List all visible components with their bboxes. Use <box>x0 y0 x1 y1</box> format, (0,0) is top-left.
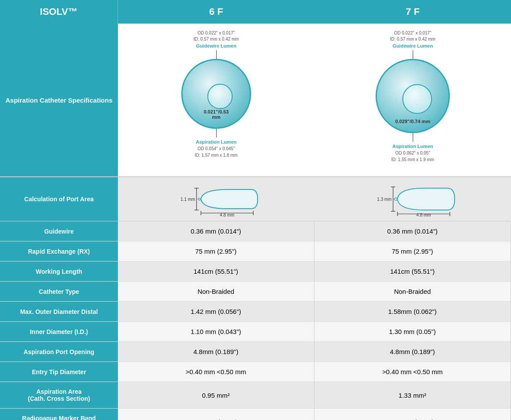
table-row: Guidewire0.36 mm (0.014")0.36 mm (0.014"… <box>0 221 511 241</box>
7f-inner-dim: 0.029"/0.74 mm <box>395 119 430 124</box>
7f-top-labels: OD 0.022" x 0.017" ID: 0.57 mm x 0.42 mm <box>390 30 435 42</box>
7f-bottom-labels: OD 0.062" x 0.05" ID: 1.55 mm x 1.9 mm <box>391 150 434 163</box>
row-label: Radiopaque Marker Band(Distance Tip to M… <box>0 409 118 420</box>
header-7f-label: 7 F <box>314 0 511 24</box>
header-isolv-label: ISOLV™ <box>0 0 118 24</box>
arrow-top-6f <box>216 50 217 59</box>
row-label: Max. Outer Diameter Distal <box>0 302 118 322</box>
lumen-diagram-6f: OD 0.022" x 0.017" ID: 0.57 mm x 0.42 mm… <box>166 30 266 170</box>
lumen-diagram-7f: OD 0.022" x 0.017" ID: 0.57 mm x 0.42 mm… <box>363 30 463 170</box>
6f-top-labels: OD 0.022" x 0.017" ID: 0.57 mm x 0.42 mm <box>193 30 239 42</box>
row-val-7f: 1.30 mm (0.05") <box>314 322 511 342</box>
7f-aspiration-label: Aspiration Lumen <box>392 144 433 149</box>
diagram-7f: OD 0.022" x 0.017" ID: 0.57 mm x 0.42 mm… <box>314 24 511 176</box>
arrow-top-7f <box>413 50 413 59</box>
row-val-6f: 0.95 mm² <box>118 382 314 409</box>
table-row: Max. Outer Diameter Distal1.42 mm (0.056… <box>0 302 511 322</box>
row-val-7f: 1.58mm (0.062") <box>314 302 511 322</box>
table-row: Aspiration Port Opening4.8mm (0.189")4.8… <box>0 342 511 362</box>
6f-inner-dim: 0.021"/0.53 mm <box>200 109 233 120</box>
row-label: Entry Tip Diameter <box>0 362 118 382</box>
row-val-7f: 1.33 mm² <box>314 382 511 409</box>
table-row: Working Length141cm (55.51")141cm (55.51… <box>0 262 511 282</box>
table-row: Radiopaque Marker Band(Distance Tip to M… <box>0 409 511 420</box>
header-6f-label: 6 F <box>118 0 314 24</box>
row-val-6f: 0.36 mm (0.014") <box>118 221 314 241</box>
svg-text:4.8 mm: 4.8 mm <box>220 213 234 217</box>
port-area-label: Calculation of Port Area <box>0 177 118 221</box>
port-area-7f-cell: 1.3 mm 4.8 mm <box>314 177 511 221</box>
row-label: Working Length <box>0 262 118 282</box>
row-val-7f: >0.40 mm <0.50 mm <box>314 362 511 382</box>
row-val-7f: 141cm (55.51") <box>314 262 511 282</box>
port-area-row: Calculation of Port Area 1.1 mm 4.8 mm <box>0 177 511 221</box>
7f-outer-circle: 0.029"/0.74 mm <box>376 59 450 133</box>
6f-bottom-labels: OD 0.054" x 0.045" ID: 1.57 mm x 1.8 mm <box>195 145 238 158</box>
diagram-label: Aspiration Catheter Specifications <box>0 24 118 176</box>
6f-outer-circle: 0.021"/0.53 mm <box>181 59 251 129</box>
row-val-7f: 75 mm (2.95") <box>314 241 511 262</box>
6f-inner-circle <box>207 84 233 109</box>
port-diagram-7f: 1.3 mm 4.8 mm <box>369 182 456 217</box>
row-label: Catheter Type <box>0 282 118 302</box>
row-val-7f: Non-Braided <box>314 282 511 302</box>
row-label: Guidewire <box>0 221 118 241</box>
header-row: ISOLV™ 6 F 7 F <box>0 0 511 24</box>
row-val-6f: 3.5 mm (0.14") <box>118 409 314 420</box>
specs-table: Guidewire0.36 mm (0.014")0.36 mm (0.014"… <box>0 221 511 420</box>
table-row: Entry Tip Diameter>0.40 mm <0.50 mm>0.40… <box>0 362 511 382</box>
row-label: Aspiration Port Opening <box>0 342 118 362</box>
row-val-7f: 0.36 mm (0.014") <box>314 221 511 241</box>
row-val-6f: 75 mm (2.95") <box>118 241 314 262</box>
row-label: Inner Diameter (I.D.) <box>0 322 118 342</box>
svg-text:1.3 mm: 1.3 mm <box>377 197 391 202</box>
row-val-6f: 1.10 mm (0.043") <box>118 322 314 342</box>
svg-text:1.1 mm: 1.1 mm <box>180 197 195 202</box>
row-val-6f: Non-Braided <box>118 282 314 302</box>
port-area-6f-cell: 1.1 mm 4.8 mm <box>118 177 314 221</box>
6f-guidewire-label: Guidewire Lumen <box>196 43 236 48</box>
port-diagram-6f: 1.1 mm 4.8 mm <box>173 182 260 217</box>
6f-aspiration-label: Aspiration Lumen <box>196 139 237 145</box>
row-val-7f: 3.5 mm (0.14") <box>314 409 511 420</box>
arrow-bottom-7f <box>413 133 413 142</box>
table-row: Catheter TypeNon-BraidedNon-Braided <box>0 282 511 302</box>
diagram-6f: OD 0.022" x 0.017" ID: 0.57 mm x 0.42 mm… <box>118 24 314 176</box>
row-val-6f: >0.40 mm <0.50 mm <box>118 362 314 382</box>
row-val-6f: 4.8mm (0.189") <box>118 342 314 362</box>
row-val-6f: 141cm (55.51") <box>118 262 314 282</box>
svg-text:4.8 mm: 4.8 mm <box>416 213 431 217</box>
table-row: Aspiration Area(Cath. Cross Section)0.95… <box>0 382 511 409</box>
row-val-7f: 4.8mm (0.189") <box>314 342 511 362</box>
row-val-6f: 1.42 mm (0.056") <box>118 302 314 322</box>
row-label: Rapid Exchange (RX) <box>0 241 118 262</box>
diagram-row: Aspiration Catheter Specifications OD 0.… <box>0 24 511 177</box>
arrow-bottom-6f <box>216 129 217 138</box>
row-label: Aspiration Area(Cath. Cross Section) <box>0 382 118 409</box>
7f-guidewire-label: Guidewire Lumen <box>393 43 433 48</box>
table-row: Rapid Exchange (RX)75 mm (2.95")75 mm (2… <box>0 241 511 262</box>
table-row: Inner Diameter (I.D.)1.10 mm (0.043")1.3… <box>0 322 511 342</box>
7f-inner-circle <box>402 84 432 114</box>
